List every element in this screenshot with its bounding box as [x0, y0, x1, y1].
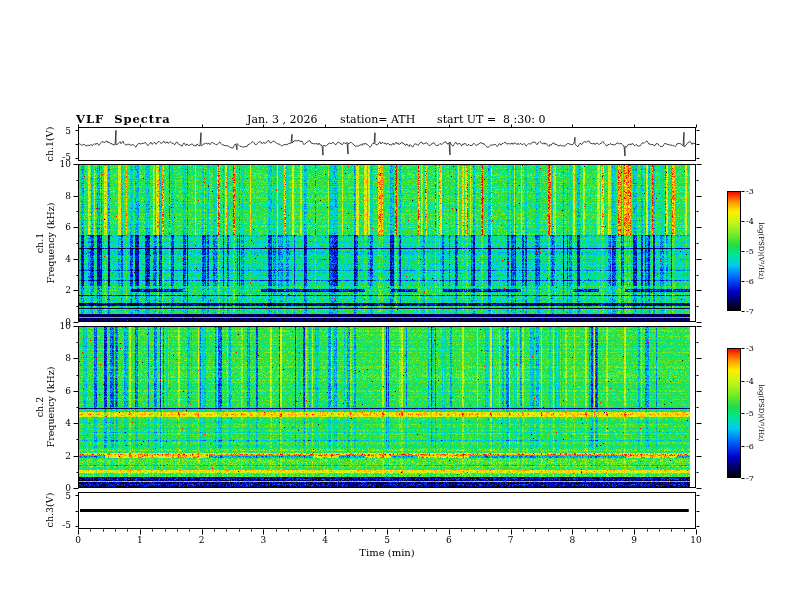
colorbar2-tick-label: -4 [746, 376, 754, 385]
ch2-axis-channel-label: ch.2 [34, 367, 45, 448]
ch3-voltage-axis-label: ch.3(V) [44, 493, 55, 528]
x-tick-label: 4 [322, 535, 328, 545]
x-tick-label: 0 [75, 535, 81, 545]
x-tick-label: 1 [137, 535, 143, 545]
x-tick-label: 8 [570, 535, 576, 545]
date-label: Jan. 3 , 2026 [247, 113, 318, 126]
ch1-spec-y-tick-label: 8 [65, 191, 71, 201]
colorbar1-tick-label: -7 [746, 307, 754, 316]
ch2-spec-y-tick-label: 2 [65, 451, 71, 461]
ch1-wave-y-tick-label: 5 [65, 126, 71, 136]
x-tick-label: 6 [446, 535, 452, 545]
colorbar2-tick-label: -5 [746, 409, 754, 418]
colorbar1-tick-label: -5 [746, 247, 754, 256]
x-tick-label: 7 [508, 535, 514, 545]
ch3-wave-y-tick-label: 5 [65, 491, 71, 501]
ch1-spec-y-tick-label: 4 [65, 254, 71, 264]
ch1-frequency-axis-label: ch.1 Frequency (kHz) [34, 203, 56, 284]
x-tick-label: 10 [690, 535, 701, 545]
ch2-spec-y-tick-label: 4 [65, 418, 71, 428]
colorbar2-tick-label: -3 [746, 344, 754, 353]
colorbar2-label: log(PSD)(V²/Hz) [757, 385, 765, 442]
ch1-spec-y-tick-label: 2 [65, 285, 71, 295]
x-tick-label: 9 [631, 535, 637, 545]
figure-title: VLF Spectra [76, 112, 171, 126]
spectra-plot-canvas [0, 0, 792, 612]
ch2-frequency-axis-label: ch.2 Frequency (kHz) [34, 367, 56, 448]
ch2-spec-y-tick-label: 6 [65, 386, 71, 396]
ch1-axis-channel-label: ch.1 [34, 203, 45, 284]
ch3-wave-y-tick-label: -5 [62, 520, 71, 530]
vlf-spectra-figure: VLF Spectra Jan. 3 , 2026 station= ATH s… [0, 0, 792, 612]
start-ut-label: start UT = 8 :30: 0 [437, 113, 546, 126]
colorbar1-tick-label: -6 [746, 277, 754, 286]
colorbar2-tick-label: -7 [746, 474, 754, 483]
station-label: station= ATH [340, 113, 415, 126]
ch1-wave-y-tick-label: -5 [62, 152, 71, 162]
ch2-spec-y-tick-label: 8 [65, 353, 71, 363]
ch1-voltage-axis-label: ch.1(V) [44, 127, 55, 162]
x-tick-label: 5 [384, 535, 390, 545]
ch1-axis-unit-label: Frequency (kHz) [45, 203, 56, 284]
time-axis-label: Time (min) [359, 547, 414, 558]
colorbar1-tick-label: -4 [746, 217, 754, 226]
x-tick-label: 3 [261, 535, 267, 545]
colorbar1-label: log(PSD)(V²/Hz) [757, 223, 765, 280]
ch2-spec-y-tick-label: 10 [60, 321, 71, 331]
ch1-spec-y-tick-label: 6 [65, 222, 71, 232]
x-tick-label: 2 [199, 535, 205, 545]
colorbar1-tick-label: -3 [746, 187, 754, 196]
ch2-axis-unit-label: Frequency (kHz) [45, 367, 56, 448]
colorbar2-tick-label: -6 [746, 441, 754, 450]
